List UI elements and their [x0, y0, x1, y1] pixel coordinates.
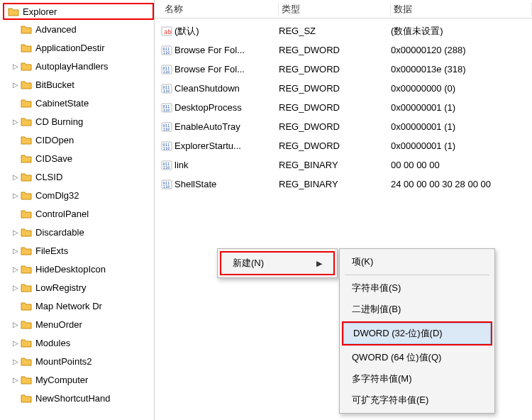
- tree-item[interactable]: ▷HideDesktopIcon: [3, 260, 154, 278]
- expand-icon[interactable]: ▷: [11, 376, 20, 384]
- value-data: 0x00000001 (1): [391, 121, 532, 132]
- value-name: ShellState: [174, 179, 279, 189]
- expand-icon[interactable]: ▷: [11, 358, 20, 365]
- tree-item[interactable]: ▷Modules: [3, 333, 154, 352]
- folder-icon: [20, 300, 33, 311]
- binary-value-icon: 011110: [159, 102, 174, 114]
- tree-item[interactable]: ▷BitBucket: [3, 75, 154, 94]
- folder-icon: [20, 189, 33, 201]
- folder-icon: [7, 6, 20, 17]
- tree-item[interactable]: NewShortcutHand: [3, 389, 154, 407]
- tree-item-label: LowRegistry: [35, 282, 87, 293]
- tree-item[interactable]: ▷MyComputer: [3, 370, 154, 389]
- tree-item-label: NewShortcutHand: [35, 393, 111, 404]
- expand-icon[interactable]: ▷: [11, 321, 20, 328]
- expand-icon[interactable]: ▷: [11, 62, 20, 70]
- tree-item[interactable]: Map Network Dr: [3, 297, 154, 315]
- value-type: REG_DWORD: [279, 45, 391, 55]
- tree-item-label: MyComputer: [35, 375, 88, 385]
- expand-icon[interactable]: ▷: [11, 247, 20, 255]
- tree-item[interactable]: ▷AutoplayHandlers: [3, 57, 154, 75]
- context-menu-item-new[interactable]: 新建(N) ▶: [220, 251, 335, 275]
- svg-text:110: 110: [163, 165, 170, 170]
- tree-item-label: MountPoints2: [35, 356, 92, 367]
- context-submenu-new: 项(K)字符串值(S)二进制值(B)DWORD (32-位)值(D)QWORD …: [339, 248, 495, 414]
- value-data: 00 00 00 00: [391, 160, 532, 170]
- value-row[interactable]: 011110Browse For Fol...REG_DWORD0x000001…: [159, 40, 532, 60]
- column-header-name[interactable]: 名称: [162, 3, 279, 16]
- folder-icon: [20, 355, 33, 367]
- binary-value-icon: 011110: [159, 45, 174, 56]
- value-row[interactable]: 011110ShellStateREG_BINARY24 00 00 00 30…: [159, 175, 532, 194]
- value-data: 0x00000000 (0): [391, 83, 532, 94]
- expand-icon[interactable]: ▷: [11, 228, 20, 236]
- highlighted-menu-box: DWORD (32-位)值(D): [342, 321, 492, 346]
- value-row[interactable]: 011110EnableAutoTrayREG_DWORD0x00000001 …: [159, 117, 532, 136]
- context-submenu-item[interactable]: 项(K): [342, 251, 492, 272]
- tree-item[interactable]: Advanced: [3, 20, 154, 38]
- context-submenu-item[interactable]: 可扩充字符串值(E): [342, 389, 492, 411]
- expand-icon[interactable]: ▷: [11, 339, 20, 347]
- expand-icon[interactable]: ▷: [11, 173, 20, 181]
- folder-icon: [20, 79, 33, 90]
- value-type: REG_BINARY: [279, 179, 391, 189]
- menu-separator: [345, 275, 489, 275]
- tree-item-label: ComDlg32: [35, 190, 79, 201]
- value-type: REG_DWORD: [279, 102, 391, 113]
- tree-item[interactable]: ▷MountPoints2: [3, 352, 154, 370]
- tree-item-label: CIDSave: [35, 153, 72, 164]
- tree-item[interactable]: ▷LowRegistry: [3, 278, 154, 297]
- folder-icon: [20, 319, 33, 330]
- value-row[interactable]: 011110Browse For Fol...REG_DWORD0x000001…: [159, 60, 532, 79]
- tree-item-label: Advanced: [35, 24, 77, 35]
- tree-item[interactable]: CIDSave: [3, 149, 154, 167]
- expand-icon[interactable]: ▷: [11, 192, 20, 199]
- folder-icon: [20, 23, 33, 35]
- tree-item[interactable]: CIDOpen: [3, 131, 154, 149]
- tree-item[interactable]: ▷FileExts: [3, 241, 154, 260]
- column-header-type[interactable]: 类型: [279, 3, 391, 16]
- expand-icon[interactable]: ▷: [11, 81, 20, 89]
- context-submenu-item[interactable]: 多字符串值(M): [342, 368, 492, 389]
- tree-root-label: Explorer: [23, 6, 57, 17]
- folder-icon: [20, 116, 33, 127]
- value-row[interactable]: 011110DesktopProcessREG_DWORD0x00000001 …: [159, 98, 532, 117]
- tree-root-explorer[interactable]: Explorer: [3, 3, 154, 20]
- tree-item[interactable]: ▷CD Burning: [3, 112, 154, 131]
- tree-item[interactable]: ControlPanel: [3, 204, 154, 223]
- context-submenu-item[interactable]: QWORD (64 位)值(Q): [342, 347, 492, 368]
- tree-item[interactable]: ▷CLSID: [3, 167, 154, 186]
- column-headers: 名称 类型 数据: [155, 0, 532, 18]
- value-type: REG_SZ: [279, 26, 391, 36]
- context-submenu-item[interactable]: 二进制值(B): [342, 299, 492, 320]
- value-row[interactable]: 011110linkREG_BINARY00 00 00 00: [159, 155, 532, 175]
- tree-item-label: CIDOpen: [35, 135, 74, 145]
- value-row[interactable]: 011110CleanShutdownREG_DWORD0x00000000 (…: [159, 79, 532, 98]
- value-name: CleanShutdown: [174, 83, 279, 94]
- tree-item[interactable]: ▷Discardable: [3, 223, 154, 241]
- expand-icon[interactable]: ▷: [11, 284, 20, 292]
- folder-icon: [20, 153, 33, 164]
- value-name: DesktopProcess: [174, 102, 279, 113]
- column-header-data[interactable]: 数据: [391, 3, 532, 16]
- context-submenu-item[interactable]: 字符串值(S): [342, 277, 492, 299]
- tree-item-label: Discardable: [35, 227, 84, 238]
- svg-text:110: 110: [163, 127, 170, 131]
- folder-icon: [20, 171, 33, 182]
- folder-icon: [20, 226, 33, 238]
- binary-value-icon: 011110: [159, 140, 174, 152]
- tree-item-label: Map Network Dr: [35, 301, 102, 311]
- tree-item[interactable]: ▷ComDlg32: [3, 186, 154, 204]
- tree-item[interactable]: ApplicationDestir: [3, 38, 154, 57]
- tree-item[interactable]: ▷MenuOrder: [3, 315, 154, 333]
- tree-item[interactable]: CabinetState: [3, 94, 154, 112]
- context-submenu-item[interactable]: DWORD (32-位)值(D): [343, 323, 491, 344]
- expand-icon[interactable]: ▷: [11, 265, 20, 273]
- value-data: 0x00000120 (288): [391, 45, 532, 55]
- value-row[interactable]: 011110ExplorerStartu...REG_DWORD0x000000…: [159, 136, 532, 155]
- folder-icon: [20, 134, 33, 145]
- expand-icon[interactable]: ▷: [11, 118, 20, 126]
- tree-item-label: BitBucket: [35, 79, 74, 90]
- value-row[interactable]: ab(默认)REG_SZ(数值未设置): [159, 21, 532, 40]
- value-data: 24 00 00 00 30 28 00 00: [391, 179, 532, 189]
